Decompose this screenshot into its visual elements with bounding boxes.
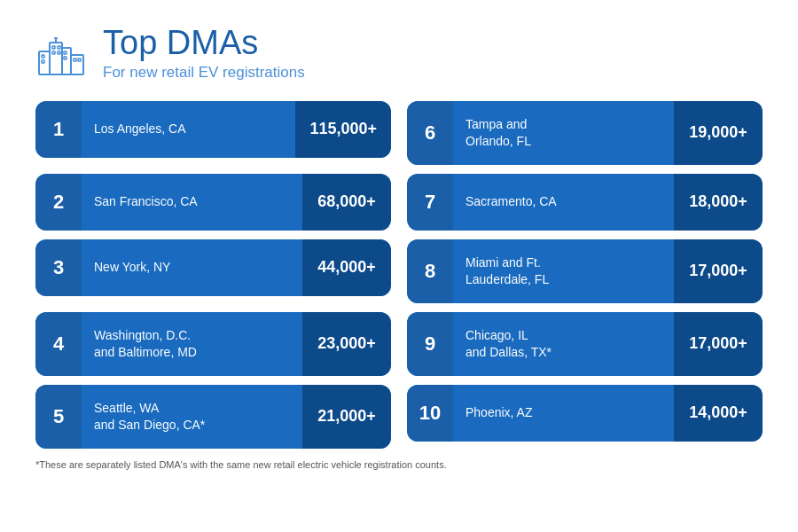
svg-rect-8 — [52, 51, 55, 54]
dma-name: Chicago, ILand Dallas, TX* — [453, 327, 674, 361]
rank-badge: 7 — [407, 174, 453, 231]
rank-badge: 5 — [35, 385, 82, 449]
dma-count: 23,000+ — [302, 312, 391, 376]
dma-name: Seattle, WAand San Diego, CA* — [82, 400, 302, 434]
rank-badge: 6 — [407, 101, 453, 165]
dma-card: 7Sacramento, CA18,000+ — [407, 174, 763, 231]
dma-name: San Francisco, CA — [82, 193, 302, 210]
svg-rect-7 — [58, 46, 60, 49]
rank-badge: 2 — [35, 174, 82, 231]
page-title: Top DMAs — [103, 25, 305, 62]
rank-badge: 10 — [407, 385, 453, 442]
dma-name: Washington, D.C.and Baltimore, MD — [82, 327, 302, 361]
dma-card: 2San Francisco, CA68,000+ — [35, 174, 391, 231]
dma-count: 19,000+ — [674, 101, 763, 165]
dma-count: 18,000+ — [674, 174, 763, 231]
dma-count: 44,000+ — [302, 239, 391, 296]
rank-badge: 9 — [407, 312, 453, 376]
dma-count: 14,000+ — [674, 385, 763, 442]
footnote: *These are separately listed DMA's with … — [35, 459, 763, 470]
dma-card: 1Los Angeles, CA115,000+ — [35, 101, 391, 158]
dma-card: 10Phoenix, AZ14,000+ — [407, 385, 763, 442]
svg-rect-6 — [52, 46, 55, 49]
city-icon — [35, 27, 89, 80]
dma-count: 17,000+ — [674, 239, 763, 303]
dma-grid: 1Los Angeles, CA115,000+6Tampa andOrland… — [35, 101, 763, 449]
svg-rect-10 — [64, 51, 66, 54]
dma-card: 3New York, NY44,000+ — [35, 239, 391, 296]
dma-name: New York, NY — [82, 259, 302, 276]
page-header: Top DMAs For new retail EV registrations — [35, 25, 763, 82]
svg-rect-5 — [42, 60, 44, 63]
svg-rect-13 — [78, 59, 81, 61]
rank-badge: 3 — [35, 239, 82, 296]
svg-rect-3 — [71, 55, 83, 74]
svg-rect-4 — [42, 55, 44, 58]
dma-name: Sacramento, CA — [453, 193, 674, 210]
dma-card: 8Miami and Ft.Lauderdale, FL17,000+ — [407, 239, 763, 303]
dma-count: 17,000+ — [674, 312, 763, 376]
rank-badge: 1 — [35, 101, 82, 158]
dma-count: 115,000+ — [295, 101, 391, 158]
dma-card: 9Chicago, ILand Dallas, TX*17,000+ — [407, 312, 763, 376]
dma-card: 6Tampa andOrlando, FL19,000+ — [407, 101, 763, 165]
dma-card: 4Washington, D.C.and Baltimore, MD23,000… — [35, 312, 391, 376]
dma-name: Tampa andOrlando, FL — [453, 116, 674, 150]
dma-count: 68,000+ — [302, 174, 391, 231]
svg-rect-11 — [64, 57, 66, 59]
dma-card: 5Seattle, WAand San Diego, CA*21,000+ — [35, 385, 391, 449]
svg-rect-9 — [58, 51, 60, 54]
dma-name: Los Angeles, CA — [82, 121, 295, 137]
dma-name: Miami and Ft.Lauderdale, FL — [453, 254, 674, 288]
dma-count: 21,000+ — [302, 385, 391, 449]
dma-name: Phoenix, AZ — [453, 404, 674, 421]
svg-rect-12 — [74, 59, 76, 61]
rank-badge: 4 — [35, 312, 82, 376]
rank-badge: 8 — [407, 239, 453, 303]
page-subtitle: For new retail EV registrations — [103, 64, 305, 82]
